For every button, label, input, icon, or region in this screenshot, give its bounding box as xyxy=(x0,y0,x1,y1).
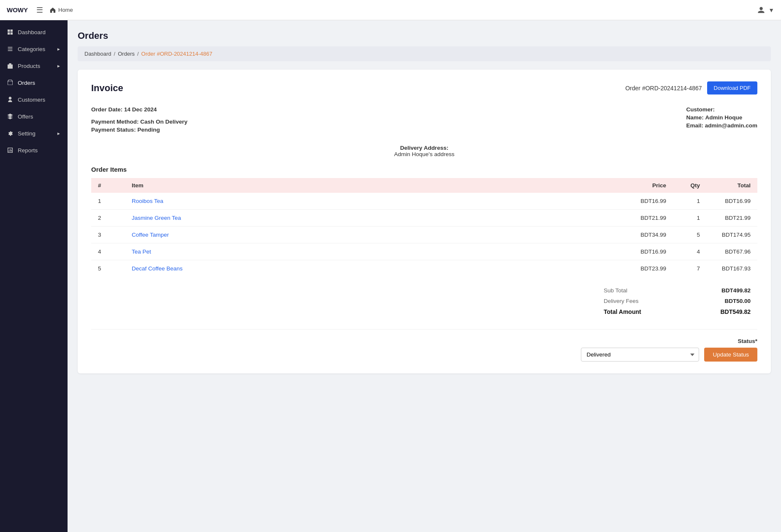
orders-icon xyxy=(7,79,14,86)
breadcrumb-dashboard[interactable]: Dashboard xyxy=(84,51,111,57)
breadcrumb-sep-1: / xyxy=(114,51,116,57)
item-num: 4 xyxy=(91,243,125,260)
item-num: 1 xyxy=(91,193,125,210)
sidebar-item-products[interactable]: Products ► xyxy=(0,57,68,74)
breadcrumb-sep-2: / xyxy=(137,51,139,57)
svg-rect-3 xyxy=(11,32,13,35)
item-num: 5 xyxy=(91,260,125,277)
item-qty: 7 xyxy=(673,260,707,277)
update-status-button[interactable]: Update Status xyxy=(704,348,757,362)
status-section: Status* PendingProcessingShippedDelivere… xyxy=(91,329,757,362)
col-header-item: Item xyxy=(125,178,466,193)
customer-name-value: Admin Hoque xyxy=(705,114,743,121)
sidebar: Dashboard Categories ► Products ► Orders… xyxy=(0,20,68,532)
hamburger-icon[interactable]: ☰ xyxy=(36,5,43,15)
setting-icon xyxy=(7,130,14,137)
payment-method-label: Payment Method: xyxy=(91,119,139,125)
brand: WOWY xyxy=(7,6,28,14)
col-header-num: # xyxy=(91,178,125,193)
svg-rect-0 xyxy=(8,30,10,32)
customer-name-label: Name: xyxy=(686,114,704,121)
home-link[interactable]: Home xyxy=(50,7,73,13)
item-name[interactable]: Jasmine Green Tea xyxy=(125,210,466,227)
item-total: BDT21.99 xyxy=(707,210,757,227)
svg-rect-1 xyxy=(11,30,13,32)
invoice-title: Invoice xyxy=(91,83,123,94)
subtotal-label: Sub Total xyxy=(604,287,679,294)
subtotal-row: Sub Total BDT499.82 xyxy=(597,285,757,296)
delivery-address-value: Admin Hoque's address xyxy=(91,151,757,157)
sidebar-item-orders[interactable]: Orders xyxy=(0,74,68,91)
table-row: 3 Coffee Tamper BDT34.99 5 BDT174.95 xyxy=(91,227,757,243)
subtotal-value: BDT499.82 xyxy=(713,287,751,294)
item-name[interactable]: Decaf Coffee Beans xyxy=(125,260,466,277)
offers-icon xyxy=(7,113,14,120)
sidebar-item-customers[interactable]: Customers xyxy=(0,91,68,108)
item-num: 3 xyxy=(91,227,125,243)
delivery-address-label: Delivery Address: xyxy=(91,145,757,151)
table-row: 4 Tea Pet BDT16.99 4 BDT67.96 xyxy=(91,243,757,260)
breadcrumb-orders[interactable]: Orders xyxy=(118,51,135,57)
delivery-fees-value: BDT50.00 xyxy=(713,298,751,304)
total-amount-label: Total Amount xyxy=(604,308,679,315)
sidebar-item-dashboard[interactable]: Dashboard xyxy=(0,24,68,41)
download-pdf-button[interactable]: Download PDF xyxy=(707,81,757,95)
page-title: Orders xyxy=(78,30,771,41)
order-date-label: Order Date: xyxy=(91,106,122,113)
col-header-price: Price xyxy=(466,178,673,193)
customer-email-value: admin@admin.com xyxy=(705,122,757,129)
table-row: 5 Decaf Coffee Beans BDT23.99 7 BDT167.9… xyxy=(91,260,757,277)
breadcrumb-current: Order #ORD-20241214-4867 xyxy=(141,51,212,57)
invoice-card: Invoice Order #ORD-20241214-4867 Downloa… xyxy=(78,70,771,373)
products-icon xyxy=(7,62,14,69)
chevron-down-icon: ▼ xyxy=(768,7,774,14)
sidebar-item-offers[interactable]: Offers xyxy=(0,108,68,125)
order-number: Order #ORD-20241214-4867 xyxy=(625,85,702,92)
customers-icon xyxy=(7,96,14,103)
table-row: 1 Rooibos Tea BDT16.99 1 BDT16.99 xyxy=(91,193,757,210)
item-name[interactable]: Rooibos Tea xyxy=(125,193,466,210)
order-date-value: 14 Dec 2024 xyxy=(124,106,157,113)
totals-section: Sub Total BDT499.82 Delivery Fees BDT50.… xyxy=(91,285,757,317)
item-price: BDT16.99 xyxy=(466,243,673,260)
item-price: BDT34.99 xyxy=(466,227,673,243)
item-qty: 4 xyxy=(673,243,707,260)
order-items-title: Order Items xyxy=(91,166,757,173)
item-name[interactable]: Tea Pet xyxy=(125,243,466,260)
user-icon xyxy=(757,6,765,14)
customer-email-label: Email: xyxy=(686,122,704,129)
customer-label: Customer: xyxy=(686,106,715,113)
delivery-section: Delivery Address: Admin Hoque's address xyxy=(91,145,757,157)
svg-rect-2 xyxy=(8,32,10,35)
sidebar-item-categories[interactable]: Categories ► xyxy=(0,41,68,57)
status-select[interactable]: PendingProcessingShippedDeliveredCancell… xyxy=(581,348,699,362)
order-items-section: Order Items # Item Price Qty Total 1 Ro xyxy=(91,166,757,277)
payment-status-value: Pending xyxy=(138,127,160,133)
reports-icon xyxy=(7,147,14,154)
col-header-total: Total xyxy=(707,178,757,193)
dashboard-icon xyxy=(7,29,14,35)
categories-icon xyxy=(7,46,14,52)
sidebar-item-setting[interactable]: Setting ► xyxy=(0,125,68,142)
chevron-right-icon: ► xyxy=(57,64,61,68)
item-name[interactable]: Coffee Tamper xyxy=(125,227,466,243)
status-row: PendingProcessingShippedDeliveredCancell… xyxy=(581,348,757,362)
status-label: Status* xyxy=(738,338,757,344)
sidebar-item-reports[interactable]: Reports xyxy=(0,142,68,159)
order-items-table: # Item Price Qty Total 1 Rooibos Tea BDT… xyxy=(91,178,757,277)
total-amount-value: BDT549.82 xyxy=(713,308,751,315)
main-content: Orders Dashboard / Orders / Order #ORD-2… xyxy=(68,20,781,532)
delivery-fees-row: Delivery Fees BDT50.00 xyxy=(597,296,757,306)
payment-method-value: Cash On Delivery xyxy=(140,119,187,125)
breadcrumb: Dashboard / Orders / Order #ORD-20241214… xyxy=(78,46,771,61)
table-header-row: # Item Price Qty Total xyxy=(91,178,757,193)
item-total: BDT67.96 xyxy=(707,243,757,260)
item-qty: 5 xyxy=(673,227,707,243)
total-amount-row: Total Amount BDT549.82 xyxy=(597,306,757,317)
item-price: BDT16.99 xyxy=(466,193,673,210)
col-header-qty: Qty xyxy=(673,178,707,193)
item-qty: 1 xyxy=(673,210,707,227)
item-num: 2 xyxy=(91,210,125,227)
user-menu[interactable]: ▼ xyxy=(757,6,774,14)
item-total: BDT167.93 xyxy=(707,260,757,277)
